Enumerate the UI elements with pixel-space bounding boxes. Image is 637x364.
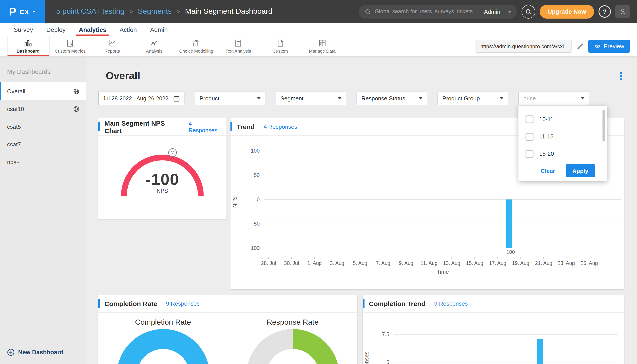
chevron-down-icon xyxy=(581,97,584,100)
price-option-row[interactable]: 11-15 xyxy=(518,128,607,145)
checkbox-unchecked[interactable] xyxy=(526,132,534,140)
sidebar-heading: My Dashboards xyxy=(0,56,86,82)
scrollbar-thumb[interactable] xyxy=(602,110,605,142)
text-analysis-icon xyxy=(234,39,242,47)
edit-url-button[interactable] xyxy=(576,42,584,50)
dashboard-url-input[interactable] xyxy=(476,40,572,53)
price-filter-dropdown: 10-11 11-15 15-20 Clear Apply xyxy=(518,106,607,181)
toolbar-dashboard[interactable]: Dashboard xyxy=(7,36,49,56)
toolbar-label: Analysis xyxy=(146,49,162,54)
topbar-actions: Admin Upgrade Now ? xyxy=(359,5,637,18)
toolbar-custom[interactable]: Custom xyxy=(259,36,301,56)
tab-action[interactable]: Action xyxy=(113,23,144,36)
chevron-down-icon[interactable] xyxy=(508,10,511,12)
sidebar-item-label: nps+ xyxy=(7,158,20,165)
filter-product[interactable]: Product xyxy=(195,92,266,105)
tab-analytics[interactable]: Analytics xyxy=(72,23,113,36)
upgrade-now-button[interactable]: Upgrade Now xyxy=(540,5,594,18)
toolbar-choice-modelling[interactable]: Choice Modelling xyxy=(175,36,217,56)
response-rate-donut-chart[interactable] xyxy=(244,327,341,364)
completion-trend-bar[interactable] xyxy=(537,339,543,364)
dashboard-options-button[interactable] xyxy=(618,70,624,82)
dashboard-content: Overall Jul-28-2022 - Aug-26-2022 Produc… xyxy=(86,56,637,364)
checkbox-unchecked[interactable] xyxy=(526,115,534,123)
clear-button[interactable]: Clear xyxy=(541,168,555,174)
plus-circle-icon xyxy=(7,348,14,356)
date-range-value: Jul-28-2022 - Aug-26-2022 xyxy=(103,95,168,102)
completion-trend-card: Completion Trend 9 Responses 7.5 5 Respo… xyxy=(363,295,624,364)
sidebar-item-csat7[interactable]: csat7 xyxy=(0,135,86,153)
chevron-down-icon xyxy=(419,97,422,100)
breadcrumb-segments-link[interactable]: Segments xyxy=(138,7,172,16)
toolbar-manage-data[interactable]: Manage Data xyxy=(301,36,343,56)
x-axis-tick-label: 7. Aug xyxy=(376,260,390,266)
card-title: Trend xyxy=(237,123,255,130)
card-title: Main Segment NPS Chart xyxy=(104,119,180,134)
breadcrumb-survey-link[interactable]: 5 point CSAT testing xyxy=(56,7,124,16)
completion-rate-donut: Completion Rate xyxy=(98,315,228,364)
toolbar-label: Reports xyxy=(104,49,120,54)
search-scope-selector[interactable]: Admin xyxy=(484,8,500,15)
sidebar-item-overall[interactable]: Overall xyxy=(0,82,86,100)
help-button[interactable]: ? xyxy=(598,5,611,18)
globe-icon xyxy=(73,88,80,94)
filter-segment[interactable]: Segment xyxy=(276,92,346,105)
toolbar-actions: Preview xyxy=(476,36,637,56)
global-search-input[interactable] xyxy=(375,8,480,14)
price-option-row[interactable]: 10-11 xyxy=(518,110,607,128)
custom-icon xyxy=(276,39,284,47)
search-submit-button[interactable] xyxy=(522,5,535,18)
chart-title: Response Rate xyxy=(267,318,318,327)
manage-data-icon xyxy=(318,39,326,47)
y-axis-tick-label: 0 xyxy=(257,196,260,202)
x-axis-tick-label: 5. Aug xyxy=(353,260,367,266)
filter-product-group[interactable]: Product Group xyxy=(438,92,508,105)
completion-rate-donut-chart[interactable] xyxy=(114,327,212,364)
filter-price[interactable]: price xyxy=(518,92,589,105)
checkbox-unchecked[interactable] xyxy=(526,150,534,158)
y-axis-title: NPS xyxy=(232,196,238,208)
analysis-icon xyxy=(150,39,158,47)
price-option-row[interactable]: 15-20 xyxy=(518,145,607,162)
x-axis-tick-label: 25. Aug xyxy=(580,260,598,266)
main-nav: Survey Deploy Analytics Action Admin xyxy=(0,23,637,36)
toolbar-reports[interactable]: Reports xyxy=(91,36,133,56)
global-search[interactable]: Admin xyxy=(359,5,517,18)
new-dashboard-button[interactable]: New Dashboard xyxy=(0,348,86,364)
sidebar-item-nps-plus[interactable]: nps+ xyxy=(0,153,86,171)
product-name: CX xyxy=(20,8,29,15)
search-icon xyxy=(364,8,371,15)
sidebar-item-label: Overall xyxy=(7,88,25,94)
toolbar-text-analysis[interactable]: Text Analysis xyxy=(217,36,259,56)
apply-button[interactable]: Apply xyxy=(566,164,595,177)
user-avatar[interactable] xyxy=(615,5,630,18)
responses-link[interactable]: 4 Responses xyxy=(188,120,220,133)
breadcrumb: 5 point CSAT testing > Segments > Main S… xyxy=(56,7,272,16)
trend-bar[interactable] xyxy=(506,200,512,248)
x-axis-tick-label: 23. Aug xyxy=(558,260,575,266)
x-axis-tick-label: 15. Aug xyxy=(466,260,483,266)
responses-link[interactable]: 9 Responses xyxy=(166,300,200,307)
toolbar-analysis[interactable]: Analysis xyxy=(133,36,175,56)
responses-link[interactable]: 9 Responses xyxy=(434,300,468,307)
toolbar-label: Custom Metrics xyxy=(55,49,86,54)
sidebar-item-csat5[interactable]: csat5 xyxy=(0,118,86,135)
tab-deploy[interactable]: Deploy xyxy=(40,23,72,36)
price-option-label: 10-11 xyxy=(539,116,554,122)
toolbar-custom-metrics[interactable]: Custom Metrics xyxy=(49,36,91,56)
x-axis-tick-label: 13. Aug xyxy=(443,260,460,266)
date-range-picker[interactable]: Jul-28-2022 - Aug-26-2022 xyxy=(98,92,184,105)
product-switcher[interactable]: P CX xyxy=(0,0,45,23)
toolbar-label: Choice Modelling xyxy=(179,49,213,54)
responses-link[interactable]: 4 Responses xyxy=(264,124,297,130)
filter-response-status[interactable]: Response Status xyxy=(356,92,427,105)
sidebar-item-label: csat10 xyxy=(7,106,24,112)
divider xyxy=(504,8,504,15)
chevron-down-icon xyxy=(500,97,504,100)
new-dashboard-label: New Dashboard xyxy=(18,349,63,356)
sidebar-item-csat10[interactable]: csat10 xyxy=(0,100,86,118)
preview-button[interactable]: Preview xyxy=(588,40,630,53)
tab-admin[interactable]: Admin xyxy=(144,23,174,36)
kebab-dot xyxy=(620,78,622,80)
tab-survey[interactable]: Survey xyxy=(7,23,40,36)
